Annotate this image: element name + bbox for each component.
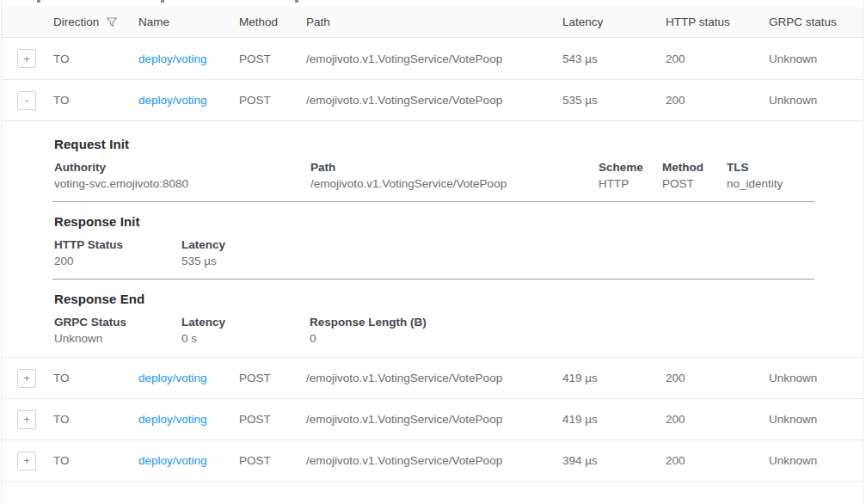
field-http-status-label: HTTP Status bbox=[54, 238, 181, 251]
cell-direction: TO bbox=[53, 413, 138, 426]
cell-method: POST bbox=[239, 372, 306, 384]
field-tls-value: no_identity bbox=[727, 177, 810, 190]
expand-row-button[interactable]: + bbox=[17, 410, 36, 429]
request-init-heading: Request Init bbox=[54, 137, 810, 151]
field-authority-value: voting-svc.emojivoto:8080 bbox=[54, 177, 310, 190]
cell-latency: 535 µs bbox=[562, 94, 666, 107]
cell-grpc-status: Unknown bbox=[769, 454, 863, 467]
cell-latency: 419 µs bbox=[562, 372, 666, 384]
field-response-length: Response Length (B) 0 bbox=[310, 316, 810, 345]
cropped-text-fragment bbox=[37, 0, 40, 3]
cell-http-status: 200 bbox=[666, 94, 769, 107]
field-scheme-label: Scheme bbox=[599, 161, 662, 174]
column-header-direction-label: Direction bbox=[53, 15, 99, 28]
row-detail-panel: Request Init Authority voting-svc.emojiv… bbox=[2, 121, 863, 358]
cropped-text-fragment bbox=[161, 0, 164, 3]
table-header-row: Direction Name Method Path Latency HTTP … bbox=[2, 7, 863, 38]
cell-http-status: 200 bbox=[666, 52, 769, 65]
field-latency-label: Latency bbox=[181, 316, 310, 329]
cell-path: /emojivoto.v1.VotingService/VotePoop bbox=[306, 413, 562, 426]
column-header-grpc-status: GRPC status bbox=[769, 15, 863, 28]
response-init-fields: HTTP Status 200 Latency 535 µs bbox=[54, 238, 810, 267]
response-init-heading: Response Init bbox=[54, 214, 810, 229]
expand-row-button[interactable]: + bbox=[17, 452, 36, 470]
table-row: + TO deploy/voting POST /emojivoto.v1.Vo… bbox=[2, 440, 863, 482]
cell-direction: TO bbox=[53, 454, 138, 467]
section-divider bbox=[52, 279, 814, 280]
field-latency-value: 535 µs bbox=[181, 255, 810, 267]
response-end-heading: Response End bbox=[54, 292, 810, 306]
field-latency-label: Latency bbox=[181, 238, 810, 251]
field-authority-label: Authority bbox=[54, 161, 310, 174]
field-http-status-value: 200 bbox=[54, 255, 181, 267]
cropped-text-fragment bbox=[295, 0, 298, 3]
cell-name-link[interactable]: deploy/voting bbox=[138, 413, 207, 426]
field-scheme-value: HTTP bbox=[599, 177, 662, 190]
cell-direction: TO bbox=[53, 94, 138, 107]
column-header-latency: Latency bbox=[562, 15, 666, 28]
column-header-http-status: HTTP status bbox=[666, 15, 769, 28]
field-grpc-status-value: Unknown bbox=[54, 332, 181, 345]
cell-grpc-status: Unknown bbox=[769, 52, 863, 65]
cell-method: POST bbox=[239, 413, 306, 426]
cell-direction: TO bbox=[53, 372, 138, 384]
field-path: Path /emojivoto.v1.VotingService/VotePoo… bbox=[310, 161, 599, 190]
cell-latency: 394 µs bbox=[562, 454, 666, 467]
response-end-fields: GRPC Status Unknown Latency 0 s Response… bbox=[54, 316, 810, 345]
cell-method: POST bbox=[239, 94, 306, 107]
expand-row-button[interactable]: + bbox=[17, 49, 36, 68]
table-row: + TO deploy/voting POST /emojivoto.v1.Vo… bbox=[2, 358, 863, 399]
field-method-value: POST bbox=[662, 177, 727, 190]
field-method: Method POST bbox=[662, 161, 727, 190]
collapse-row-button[interactable]: - bbox=[17, 91, 36, 110]
field-grpc-status-label: GRPC Status bbox=[54, 316, 181, 329]
table-row: + TO deploy/voting POST /emojivoto.v1.Vo… bbox=[2, 399, 863, 440]
cell-path: /emojivoto.v1.VotingService/VotePoop bbox=[306, 94, 562, 107]
column-header-method: Method bbox=[239, 15, 306, 28]
field-path-label: Path bbox=[310, 161, 599, 174]
field-tls: TLS no_identity bbox=[727, 161, 810, 190]
cell-grpc-status: Unknown bbox=[769, 94, 863, 107]
field-scheme: Scheme HTTP bbox=[599, 161, 662, 190]
cell-http-status: 200 bbox=[666, 413, 769, 426]
cell-name-link[interactable]: deploy/voting bbox=[138, 52, 207, 65]
field-grpc-status: GRPC Status Unknown bbox=[54, 316, 181, 345]
cropped-toolbar-strip bbox=[2, 0, 863, 7]
cell-name-link[interactable]: deploy/voting bbox=[138, 94, 207, 107]
expand-row-button[interactable]: + bbox=[17, 369, 36, 388]
cell-name-link[interactable]: deploy/voting bbox=[138, 372, 207, 384]
section-divider bbox=[52, 201, 814, 202]
cell-grpc-status: Unknown bbox=[769, 413, 863, 426]
field-latency-value: 0 s bbox=[181, 332, 310, 345]
cell-direction: TO bbox=[53, 52, 138, 65]
cell-latency: 419 µs bbox=[562, 413, 666, 426]
cell-grpc-status: Unknown bbox=[769, 372, 863, 384]
tap-table-card: Direction Name Method Path Latency HTTP … bbox=[1, 0, 863, 504]
field-authority: Authority voting-svc.emojivoto:8080 bbox=[54, 161, 310, 190]
cell-latency: 543 µs bbox=[562, 52, 666, 65]
table-row-expanded: - TO deploy/voting POST /emojivoto.v1.Vo… bbox=[2, 80, 863, 121]
field-tls-label: TLS bbox=[727, 161, 810, 174]
request-init-fields: Authority voting-svc.emojivoto:8080 Path… bbox=[54, 161, 810, 190]
field-response-length-label: Response Length (B) bbox=[310, 316, 810, 329]
cell-path: /emojivoto.v1.VotingService/VotePoop bbox=[306, 454, 562, 467]
field-method-label: Method bbox=[662, 161, 727, 174]
field-latency: Latency 0 s bbox=[181, 316, 310, 345]
cell-path: /emojivoto.v1.VotingService/VotePoop bbox=[306, 372, 562, 384]
cell-name-link[interactable]: deploy/voting bbox=[138, 454, 207, 467]
cell-method: POST bbox=[239, 52, 306, 65]
column-header-path: Path bbox=[306, 15, 562, 28]
filter-funnel-icon[interactable] bbox=[106, 16, 118, 28]
column-header-name: Name bbox=[138, 15, 239, 28]
cell-path: /emojivoto.v1.VotingService/VotePoop bbox=[306, 52, 562, 65]
field-latency: Latency 535 µs bbox=[181, 238, 810, 267]
cell-http-status: 200 bbox=[666, 372, 769, 384]
cell-method: POST bbox=[239, 454, 306, 467]
column-header-direction: Direction bbox=[53, 15, 138, 28]
field-response-length-value: 0 bbox=[310, 332, 810, 345]
field-http-status: HTTP Status 200 bbox=[54, 238, 181, 267]
cell-http-status: 200 bbox=[666, 454, 769, 467]
field-path-value: /emojivoto.v1.VotingService/VotePoop bbox=[310, 177, 599, 190]
table-row: + TO deploy/voting POST /emojivoto.v1.Vo… bbox=[2, 38, 863, 80]
